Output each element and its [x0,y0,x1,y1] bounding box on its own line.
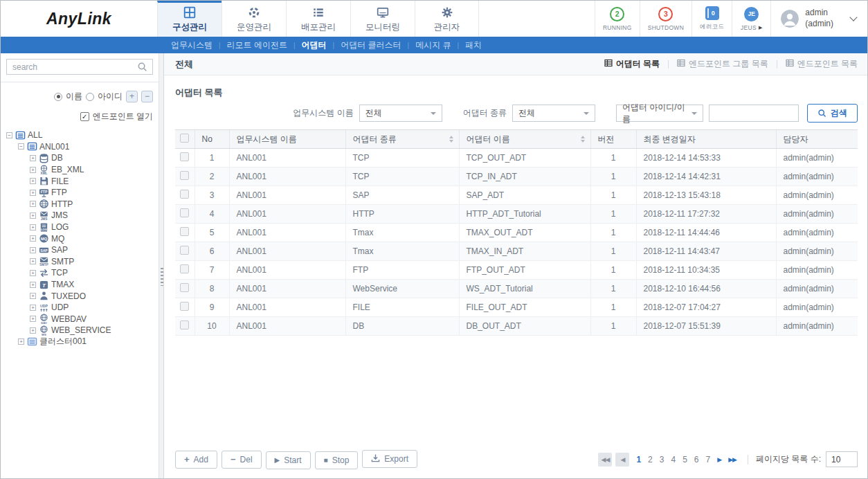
expand-node-icon[interactable]: + [30,282,36,288]
tree-node-udp[interactable]: +UDPUDP [30,302,153,314]
tab-admin[interactable]: 관리자 [415,1,479,37]
table-row[interactable]: 6ANL001TmaxTMAX_IN_ADT12018-12-11 14:43:… [175,242,858,261]
running-status[interactable]: 2 RUNNING [595,1,640,37]
page-number-6[interactable]: 6 [694,455,699,464]
tree-node-eb_xml[interactable]: +XMLEB_XML [30,164,153,176]
per-page-input[interactable] [826,451,858,467]
table-row[interactable]: 3ANL001SAPSAP_ADT12018-12-13 15:43:18adm… [175,186,858,205]
tree-node-tcp[interactable]: +TCP [30,267,153,279]
collapse-node-icon[interactable]: − [18,143,24,150]
table-row[interactable]: 8ANL001WebServiceWS_ADT_Tutorial12018-12… [175,280,858,298]
tree-node-db[interactable]: +DB [30,152,153,164]
row-checkbox[interactable] [180,190,189,199]
stop-button[interactable]: ■Stop [315,451,359,469]
radio-id[interactable] [86,93,94,101]
row-checkbox[interactable] [180,246,189,255]
page-number-4[interactable]: 4 [671,455,676,464]
collapse-node-icon[interactable]: − [6,132,12,138]
expand-node-icon[interactable]: + [30,235,36,242]
start-button[interactable]: ▶Start [266,451,311,469]
tree-node-web_service[interactable]: +WSWEB_SERVICE [30,325,153,336]
sidebar-splitter[interactable] [159,53,164,478]
tree-node-anl001[interactable]: −ANL001 [18,141,153,153]
tree-node-ftp[interactable]: +FTPFTP [30,187,153,199]
user-menu[interactable]: admin (admin) [770,1,867,37]
expand-node-icon[interactable]: + [30,178,36,184]
tab-operation[interactable]: 운영관리 [221,1,286,37]
subnav-item-business-system[interactable]: 업무시스템 [171,39,213,51]
jeus-link[interactable]: JE JEUS▶ [732,1,770,37]
row-checkbox[interactable] [180,302,189,311]
next-page-button[interactable]: ▶ [717,456,721,463]
header-cell[interactable]: 어댑터 종류 [345,130,459,149]
search-icon[interactable] [132,60,152,74]
shutdown-status[interactable]: 3 SHUTDOWN [640,1,691,37]
table-row[interactable]: 4ANL001HTTPHTTP_ADT_Tutorial12018-12-11 … [175,205,858,224]
expand-node-icon[interactable]: + [30,155,36,161]
subnav-item-patch[interactable]: 패치 [465,39,482,51]
page-number-1[interactable]: 1 [636,455,641,464]
tree-node-all[interactable]: −ALL [6,129,153,141]
tree-node-sap[interactable]: +SAPSAP [30,244,153,256]
page-number-2[interactable]: 2 [648,455,653,464]
subnav-item-remote-agent[interactable]: 리모트 에이전트 [227,39,287,51]
error-code-status[interactable]: 0 에러코드 [691,1,732,37]
add-button[interactable]: +Add [175,451,217,469]
type-filter-select[interactable]: 전체 [512,105,595,122]
row-checkbox[interactable] [180,227,189,236]
expand-node-icon[interactable]: + [30,270,36,276]
sort-arrows-icon[interactable] [581,136,585,143]
prev-page-button[interactable]: ◀ [615,453,629,467]
expand-node-icon[interactable]: + [30,316,36,322]
keyword-input[interactable] [709,105,799,122]
keyword-field-select[interactable]: 어댑터 아이디/이름 [616,105,703,122]
expand-node-icon[interactable]: + [30,258,36,264]
header-cell[interactable]: 어댑터 이름 [459,130,590,149]
row-checkbox[interactable] [180,320,189,329]
select-all-checkbox[interactable] [180,134,189,143]
table-row[interactable]: 9ANL001FILEFILE_OUT_ADT12018-12-07 17:04… [175,298,858,317]
tree-node-tmax[interactable]: +TTMAX [30,279,153,291]
last-page-button[interactable]: ▶▶ [728,456,736,463]
expand-node-icon[interactable]: + [30,190,36,196]
subnav-item-adapter-cluster[interactable]: 어댑터 클러스터 [341,39,401,51]
search-input[interactable] [7,62,132,72]
tree-collapse-all-button[interactable]: − [141,91,153,102]
tree-node-jms[interactable]: +JMSJMS [30,210,153,222]
tree-node-http[interactable]: +HTTP [30,199,153,210]
system-filter-select[interactable]: 전체 [359,105,442,122]
expand-node-icon[interactable]: + [30,327,36,334]
page-number-3[interactable]: 3 [660,455,664,464]
subnav-item-message-queue[interactable]: 메시지 큐 [415,39,451,51]
tree-node-tuxedo[interactable]: +TUXEDO [30,290,153,302]
tree-node-클러스터001[interactable]: +클러스터001 [18,336,153,348]
table-row[interactable]: 1ANL001TCPTCP_OUT_ADT12018-12-14 14:53:3… [175,149,858,168]
table-row[interactable]: 7ANL001FTPFTP_OUT_ADT12018-12-11 10:34:3… [175,261,858,280]
search-button[interactable]: 검색 [807,104,858,123]
tree-node-file[interactable]: +FILE [30,175,153,187]
expand-node-icon[interactable]: + [18,338,24,345]
expand-node-icon[interactable]: + [30,213,36,219]
table-row[interactable]: 2ANL001TCPTCP_IN_ADT12018-12-14 14:42:31… [175,168,858,186]
tree-expand-all-button[interactable]: + [126,91,138,102]
expand-node-icon[interactable]: + [30,167,36,173]
page-number-5[interactable]: 5 [682,455,687,464]
tree-node-smtp[interactable]: +SMTPSMTP [30,256,153,268]
row-checkbox[interactable] [180,208,189,217]
view-link-adapter-list[interactable]: 어댑터 목록 [604,58,660,70]
tab-config[interactable]: 구성관리 [157,1,221,37]
view-link-endpoint-list[interactable]: 엔드포인트 목록 [786,58,858,70]
radio-name[interactable] [54,93,62,101]
expand-node-icon[interactable]: + [30,305,36,311]
row-checkbox[interactable] [180,171,189,180]
endpoint-open-checkbox[interactable]: ✓ [80,112,89,121]
expand-node-icon[interactable]: + [30,293,36,299]
del-button[interactable]: −Del [221,451,262,469]
table-row[interactable]: 5ANL001TmaxTMAX_OUT_ADT12018-12-11 14:44… [175,224,858,242]
export-button[interactable]: Export [362,450,417,468]
first-page-button[interactable]: ◀◀ [598,453,612,467]
tab-monitor[interactable]: 모니터링 [350,1,415,37]
expand-node-icon[interactable]: + [30,201,36,207]
tree-node-webdav[interactable]: +DAVWEBDAV [30,314,153,325]
tree-node-log[interactable]: +LOGLOG [30,222,153,233]
